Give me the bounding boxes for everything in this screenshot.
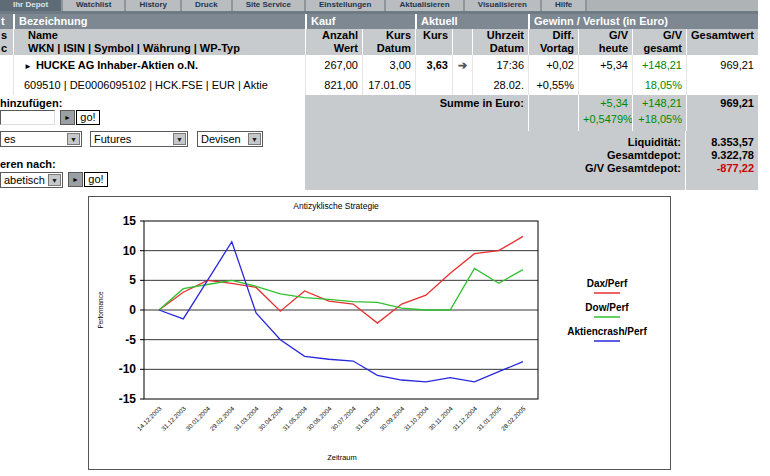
subheader-uhrzeit-datum: Uhrzeit Datum (472, 29, 528, 55)
sort-go-button[interactable]: go! (84, 172, 108, 187)
depot-application: Ihr DepotWatchlistHistoryDruckSite Servi… (0, 0, 770, 476)
x-tick-label: 31.10.2004 (402, 404, 430, 432)
cell-gv-gesamt-pct: 18,05% (632, 75, 686, 95)
y-tick-label: 15 (123, 214, 137, 228)
y-tick-label: 10 (123, 244, 137, 258)
x-tick-label: 31.05.2004 (281, 404, 309, 432)
cell-uhrzeit: 17:36 (472, 55, 528, 75)
cell-kurs-aktuell-empty (415, 75, 452, 95)
summe-label-empty (305, 111, 528, 131)
subheader-trend-spacer (452, 29, 472, 55)
summe-gv-heute-pct: +0,5479% (578, 111, 632, 131)
futures-select[interactable]: Futures ▼ (90, 131, 188, 147)
add-symbol-input[interactable] (0, 110, 55, 125)
y-tick-label: 0 (129, 303, 136, 317)
position-details: 609510 | DE0006095102 | HCK.FSE | EUR | … (13, 75, 305, 95)
summe-label: Summe in Euro: (305, 95, 528, 111)
index-select-value: es (4, 133, 16, 145)
summe-diff-empty (528, 95, 578, 111)
position-name-text[interactable]: HUCKE AG Inhaber-Aktien o.N. (36, 59, 198, 71)
legend-label: Dow/Perf (585, 302, 629, 313)
cell-gv-heute-empty (578, 75, 632, 95)
subheader-gv1: G/V (583, 29, 628, 42)
tab-aktualisieren[interactable]: Aktualisieren (386, 0, 464, 11)
cell-wert: 821,00 (305, 75, 362, 95)
tab-history[interactable]: History (126, 0, 182, 11)
series-line-aktiencrash-perf (159, 242, 523, 382)
summe-row-line1: Summe in Euro: +5,34 +148,21 969,21 (305, 95, 758, 111)
tab-ihr-depot[interactable]: Ihr Depot (0, 0, 63, 11)
strategy-chart: 151050-5-10-1514.12.200331.12.200330.01.… (88, 196, 671, 470)
y-axis-title: Performance (97, 291, 104, 329)
subheader-kurs-datum-kauf: Kurs Datum (362, 29, 415, 55)
trend-arrow-icon: ➔ (452, 55, 472, 75)
subheader-datum-kauf: Datum (367, 42, 411, 55)
tab-druck[interactable]: Druck (182, 0, 233, 11)
add-go-button[interactable]: go! (76, 110, 100, 125)
subheader-gesamtwert-label: Gesamtwert (691, 29, 754, 42)
summe-gv-gesamt-pct: +18,05% (632, 111, 686, 131)
sort-go-arrow-icon[interactable]: ► (68, 172, 83, 187)
depot-controls: hinzufügen: ► go! es ▼ Futures ▼ Devisen… (0, 95, 300, 195)
subheader-name-label: Name (18, 29, 301, 42)
position-name[interactable]: ►HUCKE AG Inhaber-Aktien o.N. (13, 55, 305, 75)
devisen-select-value: Devisen (201, 133, 241, 145)
tab-watchlist[interactable]: Watchlist (63, 0, 126, 11)
sort-select-dropdown-icon[interactable]: ▼ (48, 174, 61, 186)
tab-einstellungen[interactable]: Einstellungen (306, 0, 386, 11)
index-select[interactable]: es ▼ (0, 131, 82, 147)
x-tick-label: 31.08.2004 (354, 404, 382, 432)
cell-datum: 28.02. (472, 75, 528, 95)
subheader-wert: Wert (310, 42, 358, 55)
x-tick-label: 14.12.2003 (135, 404, 163, 432)
trend-arrow-spacer (452, 75, 472, 95)
index-select-dropdown-icon[interactable]: ▼ (67, 133, 80, 145)
subheader-diff: Diff. (533, 29, 574, 42)
series-line-dow-perf (159, 268, 523, 310)
chart-title: Antizyklische Strategie (293, 201, 379, 211)
devisen-select[interactable]: Devisen ▼ (197, 131, 263, 147)
summe-gesamtwert: 969,21 (686, 95, 758, 111)
summe-row-line2: +0,5479% +18,05% (305, 111, 758, 131)
table-group-header-row: t Bezeichnung Kauf Aktuell Gewinn / Verl… (0, 14, 758, 29)
devisen-select-dropdown-icon[interactable]: ▼ (248, 133, 261, 145)
summe-gv-heute: +5,34 (578, 95, 632, 111)
depot-summary-box: Liquidität:Gesamtdepot:G/V Gesamtdepot: … (305, 131, 758, 190)
x-tick-label: 30.06.2004 (305, 404, 333, 432)
subheader-kurs-aktuell-label: Kurs (420, 29, 448, 42)
sort-select-value: abetisch (4, 174, 45, 186)
group-header-stub: t (0, 14, 13, 29)
legend-label: Dax/Perf (587, 278, 628, 289)
y-tick-label: -15 (119, 392, 137, 406)
subheader-gesamtwert: Gesamtwert (686, 29, 758, 55)
cell-gesamtwert-empty (686, 75, 758, 95)
x-tick-label: 31.12.2004 (451, 404, 479, 432)
tab-visualisieren[interactable]: Visualisieren (465, 0, 542, 11)
group-header-bezeichnung: Bezeichnung (13, 14, 305, 29)
x-tick-label: 30.09.2004 (378, 404, 406, 432)
row-stub2 (0, 75, 13, 95)
subheader-wkn-isin-label: WKN | ISIN | Symbol | Währung | WP-Typ (18, 42, 301, 55)
legend-label: Aktiencrash/Perf (567, 326, 647, 337)
summary-label: G/V Gesamtdepot: (305, 162, 685, 175)
sort-select[interactable]: abetisch ▼ (0, 172, 63, 188)
summe-gesamtwert-empty (686, 111, 758, 131)
summary-value: 9.322,78 (686, 149, 758, 162)
tab-site-service[interactable]: Site Service (233, 0, 306, 11)
cell-gv-gesamt: +148,21 (632, 55, 686, 75)
subheader-kurs-aktuell: Kurs (415, 29, 452, 55)
futures-select-dropdown-icon[interactable]: ▼ (173, 133, 186, 145)
row-stub (0, 55, 13, 75)
tab-hilfe[interactable]: Hilfe (542, 0, 587, 11)
strategy-chart-svg: 151050-5-10-1514.12.200331.12.200330.01.… (89, 197, 672, 471)
summary-value: -877,22 (686, 162, 758, 175)
expand-icon[interactable]: ► (24, 62, 32, 71)
subheader-gv-gesamt: G/V gesamt (632, 29, 686, 55)
subheader-diff-vortag: Diff. Vortag (528, 29, 578, 55)
subheader-gesamt: gesamt (637, 42, 682, 55)
subheader-gv-heute: G/V heute (578, 29, 632, 55)
cell-anzahl: 267,00 (305, 55, 362, 75)
table-subheader-row: s c Name WKN | ISIN | Symbol | Währung |… (0, 29, 758, 55)
summary-value: 8.353,57 (686, 136, 758, 149)
add-go-arrow-icon[interactable]: ► (60, 110, 75, 125)
